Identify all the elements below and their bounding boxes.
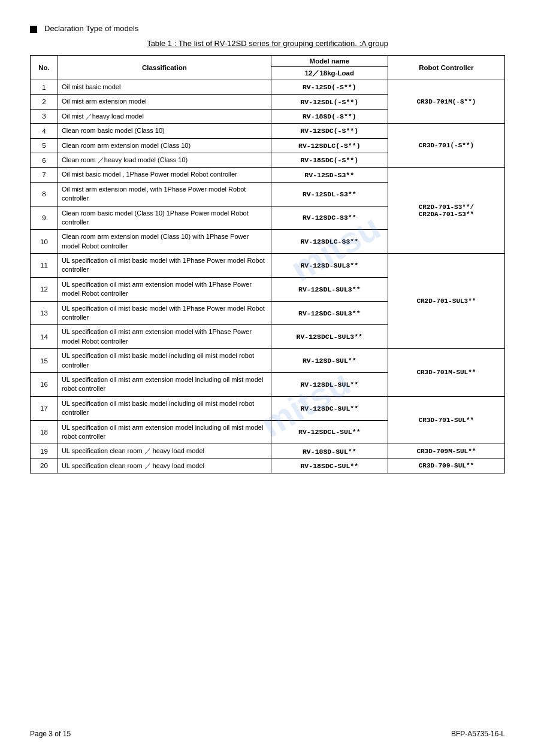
row-model: RV-12SD-S3** — [271, 168, 388, 182]
row-classification: UL specification oil mist arm extension … — [58, 325, 271, 349]
row-no: 16 — [31, 372, 58, 396]
row-classification: UL specification oil mist basic model in… — [58, 396, 271, 420]
row-no: 10 — [31, 230, 58, 254]
header-classification: Classification — [58, 56, 271, 80]
row-no: 17 — [31, 396, 58, 420]
row-controller: CR2D-701-S3**/ CR2DA-701-S3** — [388, 168, 504, 254]
row-classification: Clean room basic model (Class 10) — [58, 124, 271, 138]
table-row: 19UL specification clean room ／ heavy lo… — [31, 444, 505, 459]
row-classification: Clean room arm extension model (Class 10… — [58, 138, 271, 153]
header-row: No. Classification Model name 12／18kg-Lo… — [31, 56, 505, 80]
row-model: RV-12SDL-SUL** — [271, 372, 388, 396]
row-controller: CR3D-709-SUL** — [388, 459, 504, 473]
row-model: RV-12SDLC-S3** — [271, 230, 388, 254]
row-classification: Clean room ／heavy load model (Class 10) — [58, 153, 271, 167]
row-no: 20 — [31, 459, 58, 473]
row-no: 9 — [31, 206, 58, 230]
main-table: No. Classification Model name 12／18kg-Lo… — [30, 55, 505, 473]
row-model: RV-18SD(-S**) — [271, 109, 388, 123]
row-model: RV-12SDC-S3** — [271, 206, 388, 230]
row-no: 3 — [31, 109, 58, 123]
row-no: 18 — [31, 420, 58, 444]
header-load: 12／18kg-Load — [271, 67, 388, 80]
row-no: 15 — [31, 349, 58, 373]
row-no: 13 — [31, 301, 58, 325]
declaration-icon — [30, 26, 37, 33]
declaration-header: Declaration Type of models — [30, 24, 505, 33]
row-model: RV-12SD-SUL3** — [271, 254, 388, 278]
row-controller: CR2D-701-SUL3** — [388, 254, 504, 349]
row-classification: Clean room basic model (Class 10) 1Phase… — [58, 206, 271, 230]
row-model: RV-12SDL(-S**) — [271, 95, 388, 109]
table-title: Table 1 : The list of RV-12SD series for… — [30, 39, 505, 48]
row-classification: Oil mist basic model — [58, 80, 271, 95]
row-no: 14 — [31, 325, 58, 349]
row-classification: Oil mist ／heavy load model — [58, 109, 271, 123]
header-model: Model name 12／18kg-Load — [271, 56, 388, 80]
row-model: RV-12SD(-S**) — [271, 80, 388, 95]
row-model: RV-12SDCL-SUL3** — [271, 325, 388, 349]
row-classification: UL specification oil mist arm extension … — [58, 420, 271, 444]
page-info: Page 3 of 15 — [30, 730, 71, 738]
row-classification: Clean room arm extension model (Class 10… — [58, 230, 271, 254]
row-model: RV-18SDC-SUL** — [271, 459, 388, 473]
row-model: RV-12SDL-SUL3** — [271, 277, 388, 301]
declaration-label: Declaration Type of models — [44, 24, 138, 33]
row-model: RV-12SDC-SUL3** — [271, 301, 388, 325]
row-model: RV-18SDC(-S**) — [271, 153, 388, 167]
row-classification: UL specification clean room ／ heavy load… — [58, 459, 271, 473]
table-row: 1Oil mist basic modelRV-12SD(-S**)CR3D-7… — [31, 80, 505, 95]
row-no: 2 — [31, 95, 58, 109]
doc-number: BFP-A5735-16-L — [451, 730, 505, 738]
row-no: 7 — [31, 168, 58, 182]
row-classification: UL specification clean room ／ heavy load… — [58, 444, 271, 459]
row-classification: UL specification oil mist arm extension … — [58, 372, 271, 396]
row-classification: UL specification oil mist arm extension … — [58, 277, 271, 301]
page: mitsu mitsu Declaration Type of models T… — [0, 0, 535, 756]
row-no: 8 — [31, 182, 58, 206]
row-model: RV-12SDC-SUL** — [271, 396, 388, 420]
row-model: RV-12SD-SUL** — [271, 349, 388, 373]
row-classification: UL specification oil mist basic model wi… — [58, 301, 271, 325]
table-row: 15UL specification oil mist basic model … — [31, 349, 505, 373]
row-classification: UL specification oil mist basic model in… — [58, 349, 271, 373]
row-controller: CR3D-701(-S**) — [388, 124, 504, 168]
row-no: 11 — [31, 254, 58, 278]
row-controller: CR3D-701M-SUL** — [388, 349, 504, 397]
header-model-name: Model name — [271, 56, 388, 67]
table-row: 20UL specification clean room ／ heavy lo… — [31, 459, 505, 473]
row-classification: Oil mist basic model , 1Phase Power mode… — [58, 168, 271, 182]
row-classification: Oil mist arm extension model — [58, 95, 271, 109]
row-no: 19 — [31, 444, 58, 459]
row-no: 1 — [31, 80, 58, 95]
row-controller: CR3D-701-SUL** — [388, 396, 504, 444]
row-classification: UL specification oil mist basic model wi… — [58, 254, 271, 278]
row-controller: CR3D-709M-SUL** — [388, 444, 504, 459]
row-model: RV-12SDC(-S**) — [271, 124, 388, 138]
row-model: RV-12SDL-S3** — [271, 182, 388, 206]
row-controller: CR3D-701M(-S**) — [388, 80, 504, 124]
row-model: RV-12SDLC(-S**) — [271, 138, 388, 153]
table-row: 7Oil mist basic model , 1Phase Power mod… — [31, 168, 505, 182]
header-no: No. — [31, 56, 58, 80]
table-row: 4Clean room basic model (Class 10)RV-12S… — [31, 124, 505, 138]
row-no: 4 — [31, 124, 58, 138]
table-row: 11UL specification oil mist basic model … — [31, 254, 505, 278]
row-classification: Oil mist arm extension model, with 1Phas… — [58, 182, 271, 206]
row-model: RV-12SDCL-SUL** — [271, 420, 388, 444]
row-no: 6 — [31, 153, 58, 167]
table-row: 17UL specification oil mist basic model … — [31, 396, 505, 420]
row-model: RV-18SD-SUL** — [271, 444, 388, 459]
row-no: 12 — [31, 277, 58, 301]
row-no: 5 — [31, 138, 58, 153]
header-robot-controller: Robot Controller — [388, 56, 504, 80]
page-footer: Page 3 of 15 BFP-A5735-16-L — [30, 730, 505, 738]
